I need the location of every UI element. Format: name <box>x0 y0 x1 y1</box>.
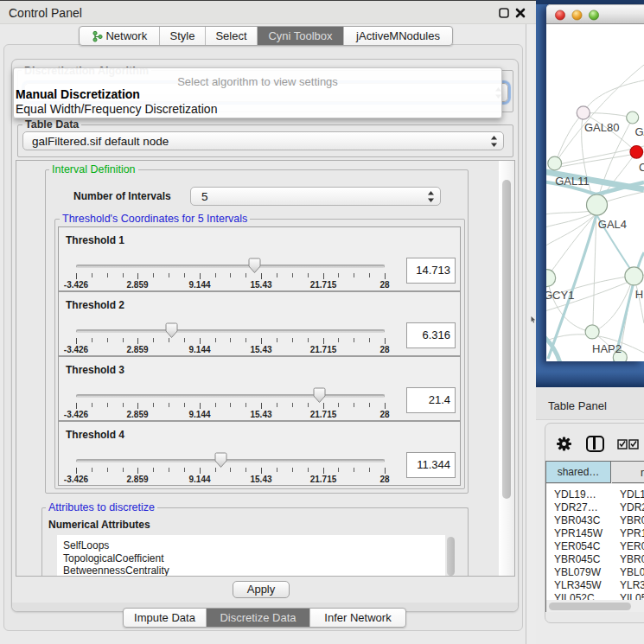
svg-text:GAL11: GAL11 <box>555 175 590 188</box>
svg-text:C: C <box>639 161 644 174</box>
svg-text:GAL4: GAL4 <box>598 218 627 231</box>
svg-text:GA: GA <box>634 125 644 138</box>
svg-text:GAL80: GAL80 <box>584 121 619 134</box>
svg-text:GCY1: GCY1 <box>546 289 574 302</box>
svg-text:H: H <box>635 288 643 301</box>
svg-text:HAP2: HAP2 <box>592 342 622 355</box>
